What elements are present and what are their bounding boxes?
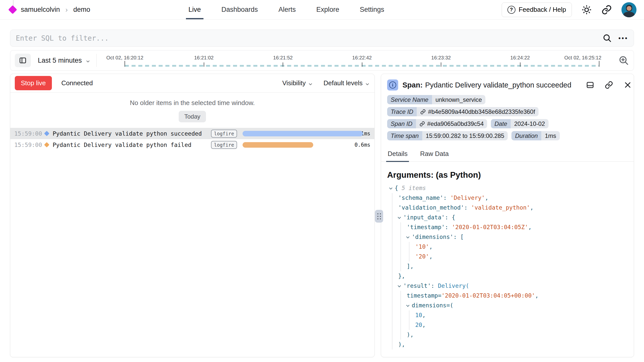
chevron-down-icon: [85, 58, 90, 63]
detail-tab-details[interactable]: Details: [387, 147, 408, 161]
indent-guide: [392, 252, 392, 261]
collapse-caret-icon[interactable]: [398, 216, 401, 219]
scope-tag[interactable]: logfire: [211, 130, 237, 138]
more-options-icon[interactable]: •••: [618, 35, 628, 41]
span-title: Span: Pydantic Delivery validate_python …: [402, 81, 571, 89]
code-token: ,: [422, 312, 426, 318]
badge-value-text: #eda9065a0bd39c54: [427, 120, 484, 127]
collapse-caret-icon[interactable]: [389, 186, 392, 190]
collapse-caret-icon[interactable]: [398, 284, 401, 287]
tab-dashboards[interactable]: Dashboards: [222, 0, 258, 19]
copy-link-icon[interactable]: [605, 81, 613, 89]
indent-guide: [400, 301, 401, 310]
collapse-caret-icon[interactable]: [406, 235, 409, 238]
sidebar-toggle-icon[interactable]: [15, 54, 31, 67]
tick-label: 16:24:22: [510, 55, 530, 61]
breadcrumb-org[interactable]: samuelcolvin: [21, 6, 60, 14]
code-token: ,: [535, 292, 539, 299]
badge-value-text: 1ms: [545, 132, 556, 139]
zoom-in-icon[interactable]: [618, 55, 629, 66]
today-pill[interactable]: Today: [179, 111, 206, 122]
indent-guide: [400, 252, 401, 261]
duration-bar: [243, 131, 363, 136]
badge-label: Duration: [511, 131, 541, 140]
arguments-heading: Arguments: (as Python): [387, 170, 628, 180]
tree-line: ),: [387, 340, 628, 349]
sql-filter-bar: •••: [10, 30, 634, 47]
time-range-dropdown[interactable]: Last 5 minutes: [38, 57, 90, 64]
badge-label: Time span: [387, 131, 422, 140]
detail-tab-raw-data[interactable]: Raw Data: [419, 147, 449, 161]
tab-explore[interactable]: Explore: [316, 0, 339, 19]
share-link-icon[interactable]: [601, 5, 612, 15]
scope-tag[interactable]: logfire: [211, 141, 237, 149]
indent-guide: [392, 213, 392, 222]
link-icon[interactable]: [420, 109, 426, 115]
time-range-bar: Last 5 minutes Oct 02, 16:20:1216:21:021…: [10, 50, 634, 71]
badge-label: Span ID: [387, 119, 416, 128]
live-panel: Stop live Connected Visibility Default l…: [10, 74, 375, 357]
tick-label: Oct 02, 16:25:12: [564, 55, 601, 61]
span-detail-header: i Span: Pydantic Delivery validate_pytho…: [381, 74, 634, 90]
tree-line: 20,: [387, 320, 628, 330]
tab-alerts[interactable]: Alerts: [278, 0, 296, 19]
span-attribute-badge: Date2024-10-02: [491, 119, 548, 128]
log-timestamp: 15:59:00: [14, 130, 44, 137]
code-token: 'schema_name':: [398, 195, 450, 201]
indent-guide: [400, 222, 401, 232]
log-message: Pydantic Delivery validate_python failed: [53, 142, 211, 148]
code-token: dimensions=(: [412, 302, 453, 309]
indent-guide: [400, 320, 401, 330]
tick-mark: [283, 62, 283, 67]
close-icon[interactable]: [623, 81, 632, 89]
tab-settings[interactable]: Settings: [360, 0, 384, 19]
tick-mark: [204, 62, 204, 67]
main-nav: LiveDashboardsAlertsExploreSettings: [188, 0, 384, 19]
theme-sun-icon[interactable]: [581, 5, 592, 15]
feedback-help-button[interactable]: ? Feedback / Help: [502, 3, 572, 17]
badge-value-text: #b4e5809a440dbb3458e68d2335fe360f: [428, 108, 535, 115]
sql-filter-input[interactable]: [16, 34, 600, 42]
log-row[interactable]: 15:59:00Pydantic Delivery validate_pytho…: [10, 139, 374, 150]
indent-guide: [409, 252, 409, 261]
span-attribute-badge: Time span15:59:00.282 to 15:59:00.285: [387, 131, 508, 140]
link-icon[interactable]: [419, 121, 425, 127]
collapse-caret-icon[interactable]: [406, 304, 409, 307]
tick-label: 16:21:02: [194, 55, 214, 61]
panel-resize-handle[interactable]: [375, 210, 383, 223]
tree-line: timestamp='2020-01-02T03:04:05+00:00',: [387, 291, 628, 301]
badge-label: Service Name: [387, 95, 432, 104]
log-row[interactable]: 15:59:00Pydantic Delivery validate_pytho…: [10, 128, 374, 139]
user-avatar[interactable]: [621, 2, 636, 17]
code-token: 'Delivery': [450, 195, 485, 201]
dock-panel-icon[interactable]: [586, 81, 594, 89]
breadcrumb-project[interactable]: demo: [73, 6, 90, 14]
duration-bar: [243, 142, 313, 148]
tree-line: 'timestamp': '2020-01-02T03:04:05Z',: [387, 222, 628, 232]
stop-live-button[interactable]: Stop live: [15, 76, 52, 90]
code-token: ,: [485, 195, 488, 201]
tree-line: 'dimensions': [: [387, 232, 628, 242]
tab-live[interactable]: Live: [188, 0, 201, 19]
badge-row: Trace ID#b4e5809a440dbb3458e68d2335fe360…: [387, 107, 628, 116]
chevron-right-icon: ›: [65, 6, 68, 14]
tick-label: Oct 02, 16:20:12: [106, 55, 143, 61]
search-icon[interactable]: [602, 33, 612, 43]
badge-value: #b4e5809a440dbb3458e68d2335fe360f: [417, 107, 539, 116]
tree-line: 'result': Delivery(: [387, 281, 628, 291]
tree-line: 10,: [387, 310, 628, 320]
default-levels-label: Default levels: [324, 79, 363, 87]
timeline[interactable]: Oct 02, 16:20:1216:21:0216:21:5216:22:42…: [103, 50, 615, 70]
default-levels-dropdown[interactable]: Default levels: [324, 79, 370, 87]
detail-tabs: DetailsRaw Data: [381, 147, 634, 162]
code-token: ,: [429, 253, 433, 260]
empty-window-message: No older items in the selected time wind…: [10, 99, 374, 107]
indent-guide: [392, 261, 392, 271]
visibility-dropdown[interactable]: Visibility: [282, 79, 313, 87]
tree-line: 'schema_name': 'Delivery',: [387, 193, 628, 203]
code-token: '20': [415, 253, 429, 260]
span-attribute-badge: Span ID#eda9065a0bd39c54: [387, 119, 487, 128]
chevron-down-icon: [365, 81, 370, 86]
badge-value-text: 2024-10-02: [514, 120, 545, 127]
top-header: samuelcolvin › demo LiveDashboardsAlerts…: [0, 0, 644, 20]
